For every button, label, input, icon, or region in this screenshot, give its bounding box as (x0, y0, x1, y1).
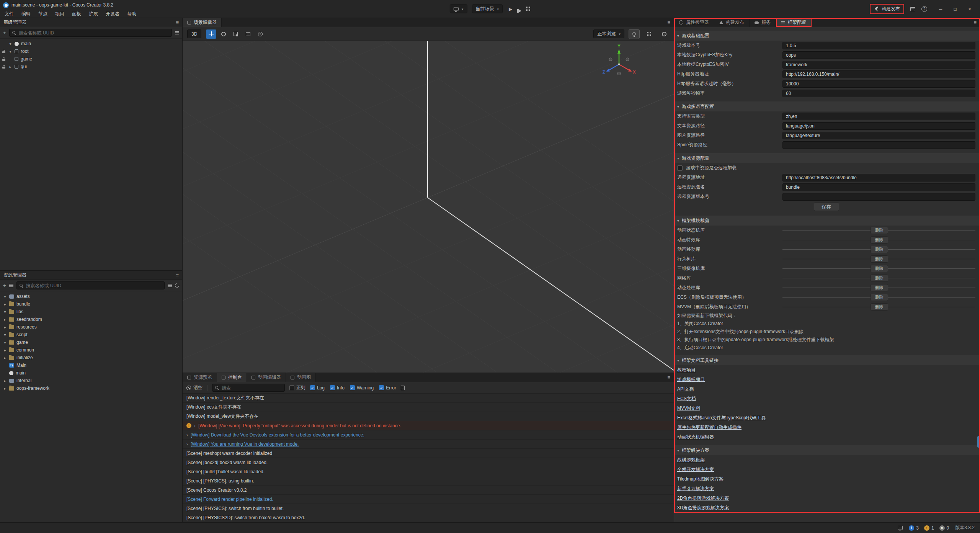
expand-log-icon[interactable]: › (186, 432, 188, 438)
inspector-tab[interactable]: 属性检查器 (674, 18, 714, 27)
asset-row[interactable]: game (0, 338, 182, 346)
expand-arrow-icon[interactable] (3, 356, 7, 360)
menu-item[interactable]: 编辑 (18, 11, 34, 17)
inspector-row[interactable]: ▾ 3、执行项目根目录中的update-oops-plugin-framewor… (674, 336, 979, 344)
inspector-row[interactable]: ▾ 游戏基础配置 (674, 31, 979, 41)
asset-row[interactable]: libs (0, 308, 182, 316)
checkbox-icon[interactable] (379, 385, 384, 390)
inspector-row[interactable]: ▾ 动画状态机库 删除 (674, 226, 979, 235)
console-tab[interactable]: 动画编辑器 (247, 373, 286, 382)
inspector-row[interactable]: ▾ Excel格式转Json文件与TypeScript代码工具 (674, 413, 979, 423)
text-field[interactable]: framework (782, 61, 975, 69)
inspector-row[interactable]: ▾ 框架模块裁剪 (674, 216, 979, 226)
scene-viewport[interactable]: Y X Z (183, 41, 674, 373)
expand-arrow-icon[interactable] (3, 333, 7, 337)
section-chevron-icon[interactable]: ▾ (677, 219, 679, 223)
regex-checkbox[interactable] (289, 385, 294, 390)
log-filter-checkbox[interactable]: Warning (350, 385, 374, 391)
log-row[interactable]: ! › [Window] render_texture文件夹不存在 (183, 394, 674, 403)
inspector-row[interactable]: ▾ 4、启动Cocos Creator (674, 344, 979, 352)
view-mode-select[interactable]: 正常浏览 ▾ (593, 29, 624, 38)
section-chevron-icon[interactable]: ▾ (677, 156, 679, 160)
play-button[interactable]: ▶ (509, 6, 512, 11)
rect-tool-button[interactable] (243, 29, 253, 39)
save-button[interactable]: 保存 (814, 203, 839, 211)
asset-row[interactable]: main (0, 369, 182, 377)
log-row[interactable]: ! › [Window] ecs文件夹不存在 (183, 403, 674, 412)
inspector-row[interactable]: ▾ 3D角色扮演游戏解决方案 (674, 503, 979, 513)
inspector-row[interactable]: ▾ 行为树库 删除 (674, 254, 979, 264)
expand-arrow-icon[interactable] (3, 310, 7, 314)
delete-module-button[interactable]: 删除 (871, 265, 888, 272)
menu-item[interactable]: 帮助 (123, 11, 140, 17)
inspector-row[interactable]: ▾ 游戏每秒帧率 60 (674, 88, 979, 98)
delete-module-button[interactable]: 删除 (871, 284, 888, 291)
hierarchy-search-input[interactable] (19, 30, 169, 36)
text-field[interactable]: 1.0.5 (782, 42, 975, 49)
maximize-button[interactable]: □ (948, 4, 962, 15)
delete-module-button[interactable]: 删除 (871, 236, 888, 244)
console-search-input[interactable] (222, 385, 282, 391)
scrollbar-thumb[interactable] (977, 436, 980, 448)
inspector-row[interactable]: ▾ 游戏模板项目 (674, 375, 979, 384)
expand-arrow-icon[interactable] (3, 317, 7, 322)
remote-load-checkbox[interactable] (677, 165, 683, 171)
inspector-row[interactable]: ▾ MVVM文档 (674, 404, 979, 413)
inspector-row[interactable]: ▾ ECS文档 (674, 394, 979, 404)
text-field[interactable]: http://localhost:8083/assets/bundle (782, 174, 975, 181)
expand-arrow-icon[interactable] (3, 325, 7, 329)
inspector-row[interactable]: ▾ 游戏资源配置 (674, 153, 979, 163)
asset-row[interactable]: resources (0, 323, 182, 331)
console-tab[interactable]: 控制台 (217, 373, 247, 382)
inspector-tab[interactable]: 服务 (750, 18, 776, 27)
inspector-row[interactable]: ▾ Http服务器地址 http://192.168.0.150/main/ (674, 69, 979, 79)
scene-select[interactable]: 当前场景 ▾ (472, 5, 503, 13)
menu-item[interactable]: 节点 (34, 11, 51, 17)
log-filter-checkbox[interactable]: Info (330, 385, 345, 391)
asset-row[interactable]: assets (0, 293, 182, 300)
inspector-row[interactable]: ▾ 图片资源路径 language/texture (674, 131, 979, 140)
hierarchy-menu-icon[interactable]: ≡ (176, 20, 179, 25)
inspector-row[interactable]: ▾ 2、打开extensions文件中找到oops-plugin-framewo… (674, 328, 979, 336)
hierarchy-node-row[interactable]: main (0, 40, 182, 47)
inspector-row[interactable]: ▾ 战棋游戏框架 (674, 455, 979, 465)
inspector-row[interactable]: ▾ 教程项目 (674, 365, 979, 375)
checkbox-icon[interactable] (330, 385, 335, 390)
console-search[interactable] (212, 384, 285, 392)
text-field[interactable]: 60 (782, 90, 975, 97)
expand-arrow-icon[interactable] (8, 49, 12, 54)
create-node-button[interactable]: + (3, 30, 6, 36)
lock-icon[interactable] (2, 51, 5, 53)
delete-module-button[interactable]: 删除 (871, 246, 888, 253)
inspector-row[interactable]: ▾ 游戏中资源是否远程加载 (674, 163, 979, 173)
inspector-row[interactable]: ▾ 远程资源包名 bundle (674, 182, 979, 192)
log-counter[interactable]: ! 1 (924, 525, 934, 531)
checkbox-icon[interactable] (310, 385, 315, 390)
message-icon[interactable] (898, 526, 903, 530)
inspector-row[interactable]: ▾ 动画特效库 删除 (674, 235, 979, 245)
inspector-row[interactable]: ▾ 远程资源版本号 (674, 192, 979, 201)
text-field[interactable]: oops (782, 51, 975, 59)
inspector-row[interactable]: ▾ 远程资源地址 http://localhost:8083/assets/bu… (674, 173, 979, 182)
inspector-row[interactable]: ▾ 全栈开发解决方案 (674, 465, 979, 474)
asset-row[interactable]: oops-framework (0, 384, 182, 392)
section-chevron-icon[interactable]: ▾ (677, 358, 679, 363)
minimize-button[interactable]: ─ (933, 4, 948, 15)
menu-item[interactable]: 面板 (68, 11, 85, 17)
build-publish-button[interactable]: 构建发布 (870, 4, 904, 14)
console-tab[interactable]: 资源预览 (183, 373, 217, 382)
text-field[interactable]: 10000 (782, 80, 975, 88)
inspector-row[interactable]: ▾ 支持语言类型 zh,en (674, 111, 979, 121)
log-row[interactable]: ! › [Scene] Cocos Creator v3.8.2 (183, 486, 674, 495)
inspector-row[interactable]: ▾ 如果需要重新下载框架代码： (674, 312, 979, 320)
log-row[interactable]: ! › [Window] [Vue warn]: Property "onInp… (183, 421, 674, 430)
assets-search[interactable] (16, 281, 165, 289)
console-panel-menu-icon[interactable]: ≡ (667, 374, 670, 380)
log-row[interactable]: ! › [Scene] [bullet]:bullet wasm lib loa… (183, 467, 674, 476)
inspector-row[interactable]: ▾ Http服务器请求超时（毫秒） 10000 (674, 79, 979, 88)
hierarchy-node-row[interactable]: root (0, 47, 182, 55)
inspector-row[interactable]: ▾ 动态处理库 删除 (674, 283, 979, 293)
menu-item[interactable]: 扩展 (85, 11, 102, 17)
log-counter[interactable]: i 3 (909, 525, 919, 531)
log-counter[interactable]: × 0 (939, 525, 949, 531)
